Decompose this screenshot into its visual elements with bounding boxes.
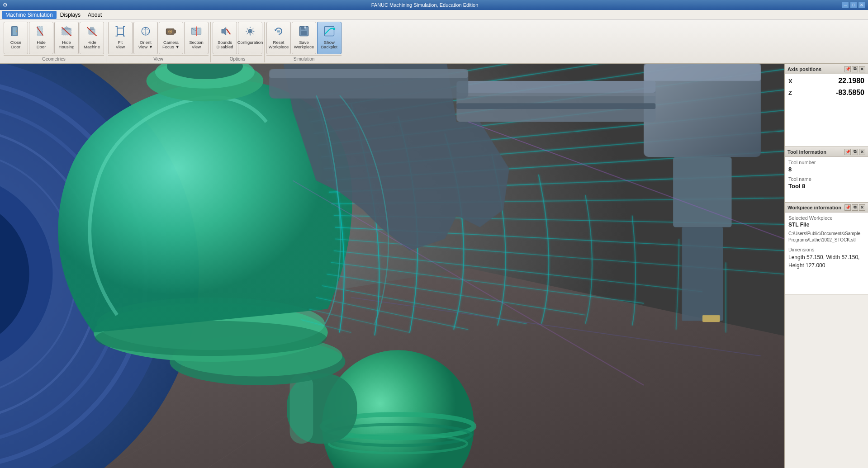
main-area: Axis positions 📌 ⧉ ✕ X 22.1980 Z -83.585… [0,64,868,468]
menu-machine-simulation[interactable]: Machine Simulation [2,11,57,19]
tool-name-value: Tool 8 [788,183,864,189]
tool-information-panel: Tool information 📌 ⧉ ✕ Tool number 8 Too… [785,147,868,203]
toolbar-group-options: Sounds Disabled [211,22,265,62]
tool-number-label: Tool number [788,160,864,165]
viewport[interactable] [0,64,784,468]
tool-number-value: 8 [788,166,864,173]
svg-rect-16 [174,30,176,33]
hide-housing-button[interactable]: Hide Housing [54,22,79,54]
minimize-button[interactable]: ─ [842,2,849,8]
svg-rect-71 [456,93,655,96]
workpiece-panel-close[interactable]: ✕ [859,204,865,211]
scene-svg [0,64,784,468]
hide-door-label: Hide Door [37,40,46,50]
stl-file-path: C:\Users\Public\Documents\Sample Program… [788,231,864,243]
svg-rect-31 [301,31,307,35]
axis-panel-pin[interactable]: 📌 [844,66,851,72]
maximize-button[interactable]: □ [850,2,857,8]
fit-view-label: Fit View [116,40,125,50]
simulation-group-label: Simulation [266,55,342,62]
orient-view-label: Orient View ▼ [138,40,153,50]
titlebar: ⚙ FANUC Machining Simulation, Education … [0,0,868,10]
save-workpiece-button[interactable]: Save Workpiece [292,22,316,54]
orient-view-button[interactable]: Orient View ▼ [133,22,158,54]
tool-name-label: Tool name [788,176,864,182]
tool-panel-pin[interactable]: 📌 [844,149,851,155]
axis-z-value: -83.5850 [836,89,864,97]
dimensions-label: Dimensions [788,247,864,252]
tool-panel-float[interactable]: ⧉ [852,149,858,155]
svg-marker-27 [274,30,276,32]
hide-housing-label: Hide Housing [59,40,75,50]
svg-rect-11 [117,28,123,34]
svg-point-18 [170,31,171,33]
toolbar: Close Door Hide Door [0,20,868,64]
toolbar-group-view: Fit View Orient View ▼ [106,22,211,62]
svg-rect-65 [673,157,731,227]
svg-rect-28 [277,30,280,32]
svg-rect-73 [269,69,468,78]
close-door-label: Close Door [10,40,21,50]
reset-workpiece-label: Reset Workpiece [269,40,289,50]
svg-marker-23 [222,27,226,35]
sounds-disabled-label: Sounds Disabled [217,40,233,50]
show-backplot-label: Show Backplot [321,40,337,50]
workpiece-information-title: Workpiece information [787,205,841,210]
svg-line-24 [227,29,231,34]
camera-focus-label: Camera Focus ▼ [162,40,180,50]
svg-rect-67 [702,315,720,322]
svg-rect-70 [456,103,655,109]
toolbar-group-simulation: Reset Workpiece Save Workpiece [265,22,343,62]
stl-file-label: STL File [788,222,864,228]
svg-rect-66 [682,227,723,321]
right-panels: Axis positions 📌 ⧉ ✕ X 22.1980 Z -83.585… [784,64,868,468]
svg-rect-69 [456,81,655,93]
selected-workpiece-label: Selected Workpiece [788,215,864,221]
workpiece-panel-float[interactable]: ⧉ [852,204,858,211]
view-group-label: View [108,55,209,62]
axis-x-value: 22.1980 [838,77,864,85]
reset-workpiece-button[interactable]: Reset Workpiece [266,22,291,54]
hide-machine-label: Hide Machine [84,40,100,50]
close-button[interactable]: ✕ [858,2,865,8]
svg-rect-3 [11,27,12,36]
axis-positions-panel: Axis positions 📌 ⧉ ✕ X 22.1980 Z -83.585… [785,64,868,147]
configuration-label: Configuration [237,40,263,45]
dimensions-value: Length 57.150, Width 57.150, Height 127.… [788,253,864,269]
camera-focus-button[interactable]: Camera Focus ▼ [159,22,183,54]
axis-panel-float[interactable]: ⧉ [852,66,858,72]
hide-door-button[interactable]: Hide Door [29,22,53,54]
options-group-label: Options [213,55,262,62]
workpiece-panel-pin[interactable]: 📌 [844,204,851,211]
sounds-disabled-button[interactable]: Sounds Disabled [213,22,237,54]
menubar: Machine Simulation Displays About [0,10,868,20]
workpiece-information-header: Workpiece information 📌 ⧉ ✕ [785,203,868,213]
tool-panel-close[interactable]: ✕ [859,149,865,155]
axis-x-label: X [788,78,797,85]
close-door-button[interactable]: Close Door [4,22,28,54]
menu-displays[interactable]: Displays [57,11,84,19]
workpiece-information-panel: Workpiece information 📌 ⧉ ✕ Selected Wor… [785,203,868,294]
geometries-group-label: Geometries [4,55,104,62]
section-view-button[interactable]: Section View [184,22,209,54]
toolbar-group-geometries: Close Door Hide Door [2,22,106,62]
hide-machine-button[interactable]: Hide Machine [80,22,104,54]
axis-panel-close[interactable]: ✕ [859,66,865,72]
axis-z-label: Z [788,90,797,96]
menu-about[interactable]: About [84,11,105,19]
tool-information-title: Tool information [787,149,826,155]
svg-point-26 [249,30,251,32]
save-workpiece-label: Save Workpiece [294,40,314,50]
axis-positions-title: Axis positions [787,66,821,72]
section-view-label: Section View [189,40,204,50]
axis-x-row: X 22.1980 [788,77,864,85]
svg-rect-9 [90,27,94,29]
tool-information-header: Tool information 📌 ⧉ ✕ [785,147,868,157]
svg-rect-32 [304,27,306,28]
fit-view-button[interactable]: Fit View [108,22,133,54]
titlebar-controls: ─ □ ✕ [842,2,865,8]
show-backplot-button[interactable]: Show Backplot [317,22,342,54]
axis-z-row: Z -83.5850 [788,89,864,97]
configuration-button[interactable]: Configuration [238,22,262,54]
app-icon: ⚙ [3,2,8,8]
